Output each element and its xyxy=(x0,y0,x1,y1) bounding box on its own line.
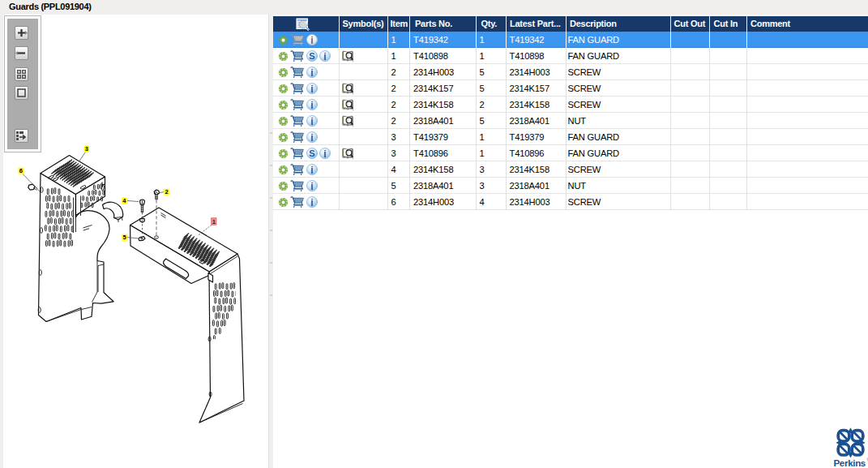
svg-text:i: i xyxy=(310,35,313,45)
svg-text:i: i xyxy=(310,84,313,94)
svg-text:i: i xyxy=(310,181,313,191)
svg-text:1: 1 xyxy=(212,218,216,225)
svg-text:i: i xyxy=(310,165,313,175)
svg-text:i: i xyxy=(323,148,326,159)
svg-text:i: i xyxy=(310,100,313,110)
svg-text:5: 5 xyxy=(123,234,126,241)
svg-text:S: S xyxy=(309,51,314,61)
svg-text:Perkins: Perkins xyxy=(834,458,866,468)
svg-text:i: i xyxy=(310,197,313,208)
svg-text:i: i xyxy=(310,132,313,143)
svg-text:S: S xyxy=(309,148,314,158)
svg-text:3: 3 xyxy=(85,145,88,152)
svg-text:i: i xyxy=(310,116,313,127)
svg-text:i: i xyxy=(323,51,326,62)
svg-text:6: 6 xyxy=(19,167,23,174)
svg-text:i: i xyxy=(310,67,313,78)
svg-text:2: 2 xyxy=(165,188,169,195)
